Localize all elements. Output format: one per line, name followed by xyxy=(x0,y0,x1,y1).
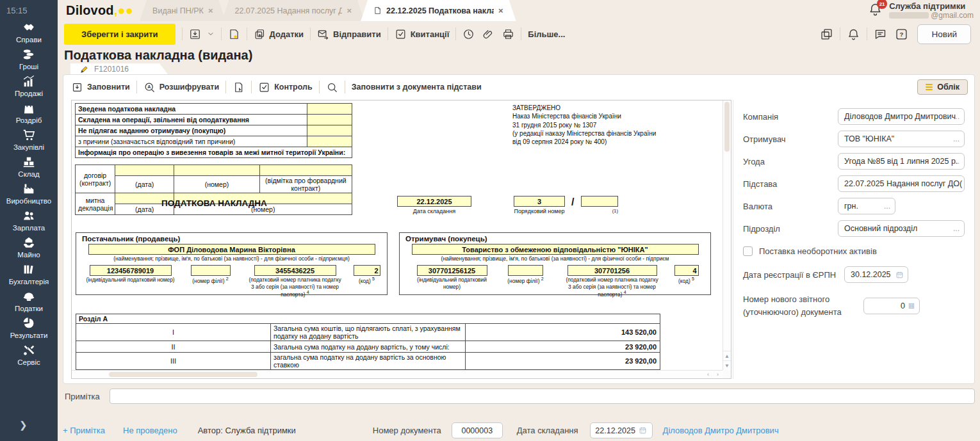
agreement-field[interactable]: Угода №85 від 1 липня 2025 р.... xyxy=(838,153,965,170)
number-slash: / xyxy=(571,196,574,208)
accounting-button[interactable]: Облік xyxy=(917,79,968,95)
notifications-bell[interactable]: 21 xyxy=(868,2,883,19)
responsible-link[interactable]: Діловодов Дмитро Дмитрович xyxy=(663,426,779,435)
sidebar-item-sklad[interactable]: Склад xyxy=(18,155,39,178)
sidebar-item-maino[interactable]: Майно xyxy=(17,236,40,259)
sidebar-item-spravy[interactable]: Справи xyxy=(16,20,42,44)
sidebar-item-servis[interactable]: Сервіс xyxy=(17,343,40,366)
currency-field[interactable]: грн.... xyxy=(838,198,895,214)
tab-vydani-pn-rk[interactable]: Видані ПН/РК × xyxy=(140,0,225,21)
control-button[interactable]: Контроль xyxy=(258,81,313,93)
scroll-down-icon[interactable]: ▼ xyxy=(723,360,731,370)
form-code-tab[interactable]: F1201016 xyxy=(70,63,168,74)
compose-date-field[interactable]: 22.12.2025 Дата складання xyxy=(397,196,471,214)
warehouse-icon xyxy=(22,155,36,169)
send-button[interactable]: Відправити xyxy=(317,28,381,40)
scroll-up-icon[interactable]: ▲ xyxy=(723,351,731,360)
notifications-button[interactable] xyxy=(847,28,860,41)
buyer-code-field[interactable]: 4 xyxy=(674,265,699,276)
note-input[interactable] xyxy=(110,389,975,404)
chevron-down-icon xyxy=(207,30,215,38)
print-button[interactable] xyxy=(502,28,514,40)
attach-file-button[interactable] xyxy=(482,28,494,40)
duplicate-window-button[interactable] xyxy=(820,28,833,41)
close-icon[interactable]: × xyxy=(347,6,352,15)
new-button[interactable]: Новий xyxy=(917,24,971,44)
fill-button[interactable]: Заповнити xyxy=(71,81,130,93)
seller-branch-field[interactable] xyxy=(191,265,231,276)
lookup-dots-icon[interactable]: ... xyxy=(884,202,890,211)
tab-nadannia-posluh[interactable]: 22.07.2025 Надання послуг ДОС × xyxy=(222,0,364,21)
sidebar-expand-chevron[interactable]: ❯ xyxy=(0,419,28,431)
lookup-dots-icon[interactable]: ... xyxy=(953,112,960,121)
vertical-scrollbar[interactable]: ▲ ▼ xyxy=(723,100,731,370)
decode-button[interactable]: A Розшифрувати xyxy=(143,81,219,93)
lookup-dots-icon[interactable]: ... xyxy=(953,134,960,143)
more-button[interactable]: Більше... xyxy=(528,29,565,39)
buyer-ipn-field[interactable]: 307701256125 xyxy=(417,265,487,276)
new-doc-number-field[interactable]: 0 xyxy=(863,298,920,314)
buyer-name-field[interactable]: Товариство з обмеженою відповідальністю … xyxy=(412,244,699,255)
grid-icon[interactable] xyxy=(908,302,915,310)
scroll-left-icon[interactable]: ‹ xyxy=(703,371,713,378)
lookup-dots-icon[interactable]: ... xyxy=(953,224,960,233)
help-button[interactable]: ? xyxy=(895,28,908,41)
contract-forward-cell[interactable] xyxy=(259,165,352,176)
save-and-close-button[interactable]: Зберегти і закрити xyxy=(64,24,176,45)
sidebar-item-rezultaty[interactable]: Результати xyxy=(10,316,48,339)
clock-icon xyxy=(462,28,475,40)
division-field[interactable]: Основний підрозділ... xyxy=(838,220,965,237)
number-suffix-field[interactable]: (1) xyxy=(581,196,618,214)
search-button[interactable] xyxy=(326,81,338,93)
posting-status-link[interactable]: Не проведено xyxy=(123,426,177,435)
vertical-scroll-thumb[interactable] xyxy=(724,102,730,152)
seller-tax-number-field[interactable]: 3455436225 xyxy=(254,265,336,276)
sidebar-item-vyrobnytstvo[interactable]: Виробництво xyxy=(6,182,51,205)
chat-button[interactable] xyxy=(874,28,887,41)
close-icon[interactable]: × xyxy=(498,6,503,15)
close-icon[interactable]: × xyxy=(208,6,213,15)
lookup-dots-icon[interactable]: ... xyxy=(953,157,960,166)
calendar-icon[interactable] xyxy=(639,426,647,435)
sidebar-item-rozdrib[interactable]: Роздріб xyxy=(16,101,42,124)
seller-name-field[interactable]: ФОП Діловодова Марина Вікторівна xyxy=(88,244,375,255)
flag-input-cell[interactable] xyxy=(307,136,352,147)
seller-code-field[interactable]: 2 xyxy=(354,265,380,276)
contract-number-cell[interactable] xyxy=(174,165,259,176)
tab-podatkova-nakladna[interactable]: 22.12.2025 Податкова накладна × xyxy=(361,0,516,21)
sidebar-item-prodazhi[interactable]: Продажі xyxy=(15,74,43,97)
lookup-dots-icon[interactable]: ... xyxy=(953,179,960,188)
company-field[interactable]: Діловодов Дмитро Дмитрович... xyxy=(838,108,965,125)
sidebar-item-hroshi[interactable]: Гроші xyxy=(19,47,38,70)
serial-number-field[interactable]: 3 Порядковий номер xyxy=(514,196,565,214)
save-button[interactable] xyxy=(189,28,215,40)
seller-ipn-field[interactable]: 123456789019 xyxy=(90,265,172,276)
add-note-link[interactable]: + Примітка xyxy=(63,426,105,435)
attachments-button[interactable]: Додатки xyxy=(254,28,304,40)
document-pointer-button[interactable] xyxy=(233,81,245,93)
fill-from-source-button[interactable]: Заповнити з документа підстави xyxy=(352,83,482,92)
horizontal-scroll-thumb[interactable] xyxy=(109,372,257,377)
basis-field[interactable]: 22.07.2025 Надання послуг ДО(... xyxy=(838,175,965,192)
compose-date-input[interactable]: 22.12.2025 xyxy=(590,422,653,438)
calendar-icon[interactable] xyxy=(895,271,904,279)
save-favorite-button[interactable] xyxy=(228,28,240,40)
sidebar-item-bukhhalteriia[interactable]: Бухгалтерія xyxy=(9,262,49,285)
receiver-field[interactable]: ТОВ "ЮНІКА"... xyxy=(838,131,965,147)
flag-input-cell[interactable] xyxy=(307,125,352,136)
contract-date-cell[interactable] xyxy=(115,165,174,176)
buyer-tax-number-field[interactable]: 307701256 xyxy=(568,265,657,276)
receipts-button[interactable]: Квитанції xyxy=(395,28,450,40)
non-current-assets-checkbox[interactable] xyxy=(743,246,753,256)
buyer-branch-field[interactable] xyxy=(508,265,543,276)
horizontal-scrollbar[interactable]: ‹ › xyxy=(72,370,723,378)
erpn-date-field[interactable]: 30.12.2025 xyxy=(844,266,908,283)
history-button[interactable] xyxy=(462,28,475,40)
scroll-right-icon[interactable]: › xyxy=(713,371,723,378)
sidebar-item-podatky[interactable]: Податки xyxy=(15,289,43,312)
flag-input-cell[interactable] xyxy=(307,115,352,125)
sidebar-item-zakupivli[interactable]: Закупівлі xyxy=(13,128,44,151)
sidebar-item-zarplata[interactable]: Зарплата xyxy=(13,209,45,232)
flag-input-cell[interactable] xyxy=(307,104,352,115)
document-number-field[interactable]: 0000003 xyxy=(452,422,503,438)
